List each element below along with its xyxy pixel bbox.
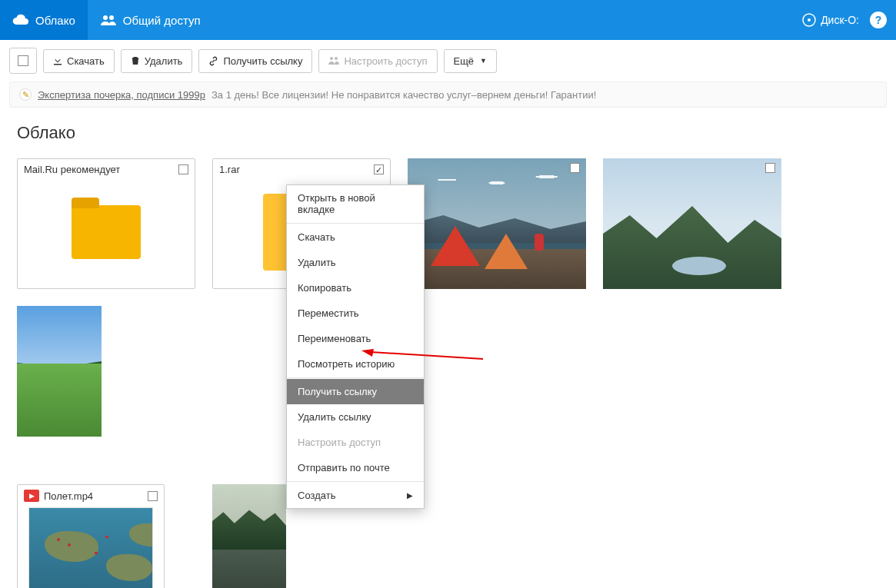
ctx-history[interactable]: Посмотреть историю: [287, 351, 424, 377]
chevron-right-icon: ▶: [407, 491, 413, 500]
ad-bar: ✎ Экспертиза почерка, подписи 1999р За 1…: [9, 81, 887, 108]
svg-point-3: [808, 18, 811, 22]
ctx-access: Настроить доступ: [287, 430, 424, 455]
download-label: Скачать: [67, 55, 105, 67]
ad-link[interactable]: Экспертиза почерка, подписи 1999р: [38, 89, 205, 101]
tile-image-hills[interactable]: [603, 158, 781, 289]
caret-down-icon: ▼: [480, 57, 487, 65]
file-grid: Mail.Ru рекомендует 1.rar: [0, 151, 896, 588]
people-icon: [100, 14, 117, 26]
tile-image-reflection[interactable]: [212, 484, 286, 588]
ctx-create[interactable]: Создать▶: [287, 483, 424, 508]
toolbar: Скачать Удалить Получить ссылку Настроит…: [0, 40, 896, 81]
ctx-dellink[interactable]: Удалить ссылку: [287, 404, 424, 430]
tile-recommend-label: Mail.Ru рекомендует: [24, 164, 120, 175]
tile-video[interactable]: ▶ Полет.mp4: [17, 484, 165, 588]
nav-shared[interactable]: Общий доступ: [88, 0, 213, 40]
tile-video-label: Полет.mp4: [44, 490, 93, 502]
disk-label: Диск-О:: [821, 14, 859, 26]
help-button[interactable]: ?: [870, 12, 887, 28]
context-menu: Открыть в новой вкладке Скачать Удалить …: [286, 184, 425, 509]
tile-recommend-folder[interactable]: Mail.Ru рекомендует: [17, 158, 195, 289]
access-label: Настроить доступ: [344, 55, 427, 67]
feather-icon: ✎: [19, 88, 32, 101]
access-button: Настроить доступ: [318, 49, 437, 73]
svg-point-5: [335, 57, 338, 60]
disk-o-link[interactable]: Диск-О:: [802, 13, 859, 27]
select-all-checkbox[interactable]: [9, 48, 37, 74]
top-nav: Облако Общий доступ Диск-О: ?: [0, 0, 896, 40]
tile-rar-label: 1.rar: [219, 164, 240, 175]
trash-icon: [131, 56, 140, 65]
people-grey-icon: [328, 56, 339, 65]
ctx-rename[interactable]: Переименовать: [287, 326, 424, 351]
ctx-move[interactable]: Переместить: [287, 301, 424, 326]
nav-cloud[interactable]: Облако: [0, 0, 88, 40]
delete-button[interactable]: Удалить: [121, 49, 193, 73]
ctx-download[interactable]: Скачать: [287, 224, 424, 250]
tile-recommend-checkbox[interactable]: [178, 164, 188, 174]
delete-label: Удалить: [145, 55, 183, 67]
tile-rar-checkbox[interactable]: [374, 164, 384, 174]
getlink-label: Получить ссылку: [223, 55, 302, 67]
tile-tents-checkbox[interactable]: [570, 163, 580, 173]
ctx-getlink[interactable]: Получить ссылку: [287, 379, 424, 404]
nav-shared-label: Общий доступ: [123, 14, 201, 27]
svg-point-4: [330, 57, 333, 60]
disk-icon: [802, 13, 816, 27]
tile-image-tents[interactable]: [408, 158, 586, 289]
cloud-icon: [12, 14, 29, 26]
tile-hills-checkbox[interactable]: [765, 163, 775, 173]
ad-text: За 1 день! Все лицензии! Не понравится к…: [212, 89, 596, 101]
folder-icon: [72, 205, 141, 259]
more-button[interactable]: Ещё ▼: [444, 49, 498, 73]
more-label: Ещё: [454, 55, 475, 67]
svg-point-0: [103, 15, 108, 20]
tile-image-meadow[interactable]: [17, 306, 102, 437]
ctx-delete[interactable]: Удалить: [287, 250, 424, 275]
tile-video-checkbox[interactable]: [148, 491, 158, 501]
page-title: Облако: [0, 112, 896, 151]
nav-cloud-label: Облако: [35, 14, 75, 27]
download-button[interactable]: Скачать: [43, 49, 115, 73]
ctx-open-new-tab[interactable]: Открыть в новой вкладке: [287, 185, 424, 222]
ctx-sendmail[interactable]: Отправить по почте: [287, 455, 424, 480]
video-badge-icon: ▶: [24, 490, 39, 502]
link-icon: [208, 56, 218, 66]
svg-point-1: [109, 15, 114, 20]
ctx-copy[interactable]: Копировать: [287, 275, 424, 301]
download-icon: [53, 56, 62, 65]
getlink-button[interactable]: Получить ссылку: [198, 49, 312, 73]
